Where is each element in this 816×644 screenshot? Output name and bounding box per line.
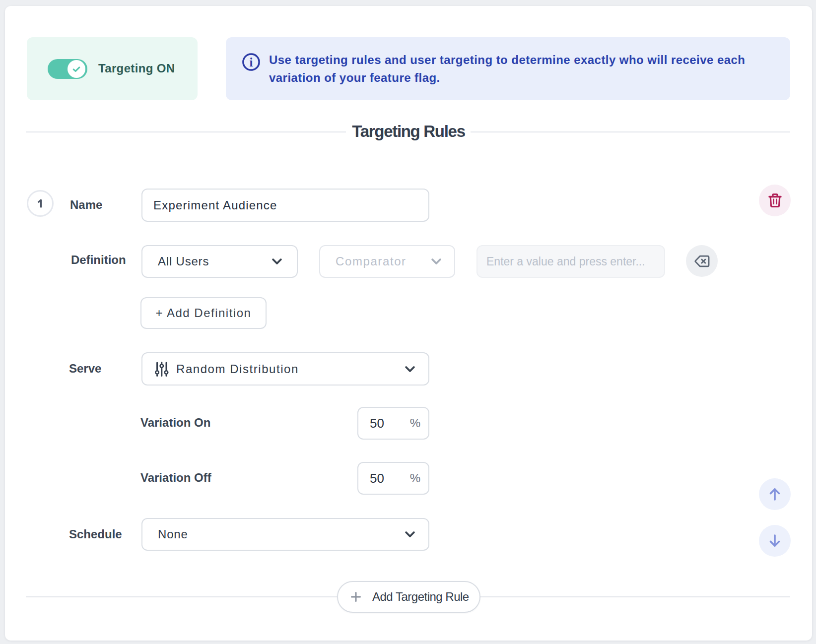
svg-text:i: i: [250, 56, 253, 69]
